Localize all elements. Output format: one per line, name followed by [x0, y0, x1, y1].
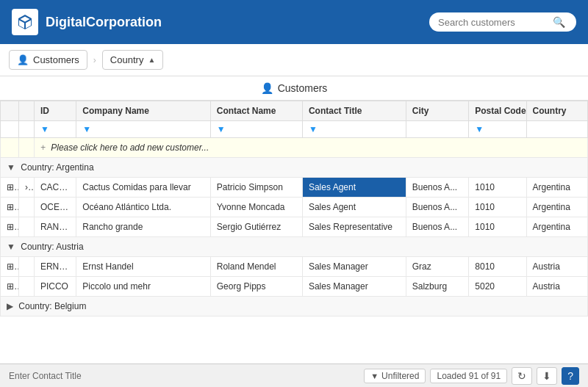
group-header-cell[interactable]: ▶ Country: Belgium	[1, 297, 588, 317]
group-header-cell[interactable]: ▼ Country: Argentina	[1, 158, 588, 178]
filter-country[interactable]	[526, 121, 588, 138]
row-company-cell: Rancho grande	[76, 217, 211, 237]
row-postal-cell: 1010	[469, 178, 526, 198]
row-city-cell: Buenos A...	[406, 198, 469, 217]
row-expand-btn[interactable]: ⊞	[1, 178, 19, 198]
filter-status-icon: ▼	[370, 372, 379, 380]
filter-postal-icon[interactable]: ▼	[475, 124, 484, 134]
row-company-cell: Piccolo und mehr	[76, 277, 211, 297]
row-city-cell: Buenos A...	[406, 178, 469, 198]
row-expand-btn[interactable]: ⊞	[1, 217, 19, 237]
col-city-header[interactable]: City	[406, 101, 469, 121]
loaded-status-badge: Loaded 91 of 91	[430, 369, 507, 383]
search-input[interactable]	[438, 17, 548, 28]
table-row[interactable]: ⊞ RANCH Rancho grande Sergio Gutiérrez S…	[1, 217, 588, 237]
group-toggle-icon[interactable]: ▼	[7, 162, 15, 173]
refresh-button[interactable]: ↻	[512, 367, 532, 385]
customers-breadcrumb[interactable]: 👤 Customers	[9, 50, 87, 70]
col-arrow-header	[19, 101, 35, 121]
row-contact-cell: Patricio Simpson	[210, 178, 302, 198]
table-title-bar: 👤 Customers	[0, 76, 588, 101]
col-postal-header[interactable]: Postal Code	[469, 101, 526, 121]
row-contact-cell: Roland Mendel	[210, 257, 302, 277]
row-id-cell: CACTU	[34, 178, 76, 198]
group-header-row[interactable]: ▼ Country: Argentina	[1, 158, 588, 178]
download-button[interactable]: ⬇	[537, 367, 557, 385]
row-contact-cell: Georg Pipps	[210, 277, 302, 297]
col-check-header	[1, 101, 19, 121]
row-company-cell: Océano Atlántico Ltda.	[76, 198, 211, 217]
search-box[interactable]: 🔍	[429, 12, 576, 32]
row-expand-btn[interactable]: ⊞	[1, 198, 19, 217]
row-arrow-btn[interactable]: ›	[19, 178, 35, 198]
country-label: Country	[110, 54, 144, 65]
row-id-cell: PICCO	[34, 277, 76, 297]
logo-area: DigitalCorporation	[12, 9, 162, 35]
table-scroll-area[interactable]: ID Company Name Contact Name Contact Tit…	[0, 101, 588, 364]
help-button[interactable]: ?	[562, 367, 579, 385]
filter-postal[interactable]: ▼	[469, 121, 526, 138]
filter-title-icon[interactable]: ▼	[309, 124, 318, 134]
filter-status-label: Unfiltered	[381, 371, 419, 381]
logo-icon	[12, 9, 38, 35]
status-bar: Enter Contact Title ▼ Unfiltered Loaded …	[0, 364, 588, 387]
group-header-row[interactable]: ▶ Country: Belgium	[1, 297, 588, 317]
add-row-arrow	[19, 138, 35, 158]
table-title-text: Customers	[278, 82, 328, 94]
col-contact-header[interactable]: Contact Name	[210, 101, 302, 121]
contact-title-cell[interactable]: Sales Manager	[302, 277, 406, 297]
filter-contact-icon[interactable]: ▼	[217, 124, 226, 134]
column-header-row: ID Company Name Contact Name Contact Tit…	[1, 101, 588, 121]
row-city-cell: Buenos A...	[406, 217, 469, 237]
breadcrumb-label: Customers	[33, 54, 79, 65]
row-arrow-btn[interactable]	[19, 257, 35, 277]
col-company-header[interactable]: Company Name	[76, 101, 211, 121]
add-row-check	[1, 138, 19, 158]
group-header-row[interactable]: ▼ Country: Austria	[1, 237, 588, 257]
filter-contact[interactable]: ▼	[210, 121, 302, 138]
filter-status-badge: ▼ Unfiltered	[364, 369, 426, 383]
group-toggle-icon[interactable]: ▼	[7, 242, 15, 252]
row-expand-btn[interactable]: ⊞	[1, 277, 19, 297]
col-country-header[interactable]: Country	[526, 101, 588, 121]
filter-row: ▼ ▼ ▼ ▼ ▼	[1, 121, 588, 138]
filter-company[interactable]: ▼	[76, 121, 211, 138]
filter-arrow	[19, 121, 35, 138]
contact-title-cell[interactable]: Sales Agent	[302, 178, 406, 198]
row-arrow-btn[interactable]	[19, 198, 35, 217]
row-city-cell: Salzburg	[406, 277, 469, 297]
row-company-cell: Ernst Handel	[76, 257, 211, 277]
table-row[interactable]: ⊞ › CACTU Cactus Comidas para llevar Pat…	[1, 178, 588, 198]
add-new-row[interactable]: + Please click here to add new customer.…	[1, 138, 588, 158]
group-toggle-icon[interactable]: ▶	[7, 301, 13, 311]
group-header-cell[interactable]: ▼ Country: Austria	[1, 237, 588, 257]
col-id-header[interactable]: ID	[34, 101, 76, 121]
filter-city[interactable]	[406, 121, 469, 138]
contact-title-cell[interactable]: Sales Agent	[302, 198, 406, 217]
row-arrow-btn[interactable]	[19, 217, 35, 237]
row-country-cell: Argentina	[526, 178, 588, 198]
table-row[interactable]: ⊞ PICCO Piccolo und mehr Georg Pipps Sal…	[1, 277, 588, 297]
table-row[interactable]: ⊞ OCEAN Océano Atlántico Ltda. Yvonne Mo…	[1, 198, 588, 217]
row-expand-btn[interactable]: ⊞	[1, 257, 19, 277]
filter-company-icon[interactable]: ▼	[82, 124, 91, 134]
customers-table: ID Company Name Contact Name Contact Tit…	[0, 101, 588, 317]
table-row[interactable]: ⊞ ERNSH Ernst Handel Roland Mendel Sales…	[1, 257, 588, 277]
status-left-text: Enter Contact Title	[9, 371, 82, 381]
row-country-cell: Argentina	[526, 198, 588, 217]
add-row-placeholder: Please click here to add new customer...	[51, 142, 209, 153]
contact-title-cell[interactable]: Sales Manager	[302, 257, 406, 277]
row-postal-cell: 5020	[469, 277, 526, 297]
row-postal-cell: 1010	[469, 198, 526, 217]
filter-check	[1, 121, 19, 138]
filter-title[interactable]: ▼	[302, 121, 406, 138]
contact-title-cell[interactable]: Sales Representative	[302, 217, 406, 237]
filter-id-icon[interactable]: ▼	[40, 124, 49, 134]
row-arrow-btn[interactable]	[19, 277, 35, 297]
country-filter-btn[interactable]: Country ▲	[102, 50, 163, 70]
table-title-icon: 👤	[261, 82, 273, 94]
col-title-header[interactable]: Contact Title	[302, 101, 406, 121]
app-title: DigitalCorporation	[46, 15, 162, 30]
filter-id[interactable]: ▼	[34, 121, 76, 138]
add-row-text[interactable]: + Please click here to add new customer.…	[34, 138, 587, 158]
